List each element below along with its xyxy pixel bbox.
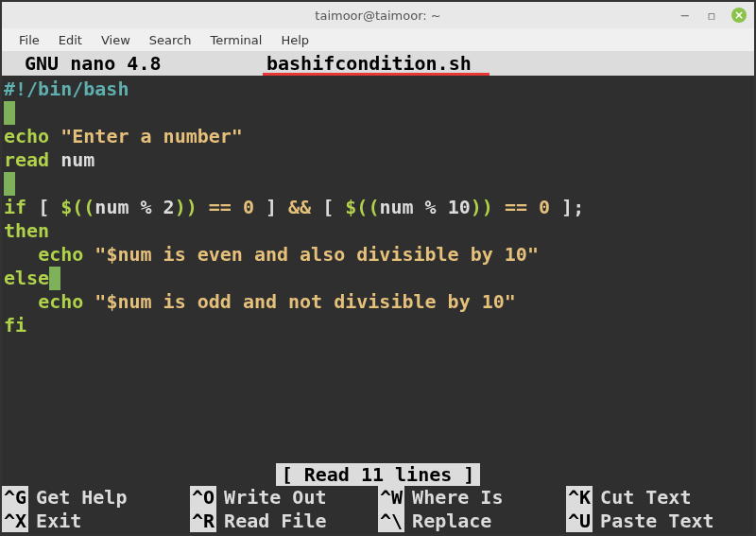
shortcut-read-file[interactable]: ^RRead File <box>190 510 378 532</box>
code-if-kw: if <box>4 196 26 218</box>
terminal-area[interactable]: GNU nano 4.8 bashifcondition.sh #!/bin/b… <box>2 51 754 534</box>
cursor-icon <box>4 101 15 125</box>
minimize-button[interactable]: − <box>679 9 692 22</box>
filename-underline-icon <box>263 73 490 76</box>
code-shebang: #!/bin/bash <box>4 78 129 100</box>
nano-filename-text: bashifcondition.sh <box>266 52 472 75</box>
window-title-bar: taimoor@taimoor: ~ − ▫ × <box>2 2 754 28</box>
editor-body[interactable]: #!/bin/bash echo "Enter a number" read n… <box>2 76 754 462</box>
cursor-icon <box>49 267 60 290</box>
nano-shortcuts: ^GGet Help ^OWrite Out ^WWhere Is ^KCut … <box>2 486 754 534</box>
menu-bar: File Edit View Search Terminal Help <box>2 28 754 51</box>
menu-file[interactable]: File <box>9 31 49 49</box>
shortcut-row-2: ^XExit ^RRead File ^\Replace ^UPaste Tex… <box>2 510 754 532</box>
window-controls: − ▫ × <box>679 8 747 23</box>
code-echo-kw: echo <box>4 125 49 147</box>
code-read-var: num <box>60 148 94 171</box>
shortcut-cut-text[interactable]: ^KCut Text <box>566 486 754 509</box>
nano-header: GNU nano 4.8 bashifcondition.sh <box>2 51 754 76</box>
menu-help[interactable]: Help <box>271 31 318 49</box>
code-content: #!/bin/bash echo "Enter a number" read n… <box>4 78 752 337</box>
menu-search[interactable]: Search <box>140 31 201 49</box>
shortcut-where-is[interactable]: ^WWhere Is <box>378 486 566 509</box>
close-button[interactable]: × <box>731 8 747 23</box>
nano-filename: bashifcondition.sh <box>266 52 472 75</box>
cursor-icon <box>4 172 15 196</box>
code-echo3-kw: echo <box>38 290 83 313</box>
code-fi-kw: fi <box>4 314 26 337</box>
nano-app-label: GNU nano 4.8 <box>2 52 266 75</box>
code-echo2-str: "$num is even and also divisible by 10" <box>94 243 539 266</box>
menu-terminal[interactable]: Terminal <box>200 31 271 49</box>
menu-view[interactable]: View <box>92 31 140 49</box>
shortcut-replace[interactable]: ^\Replace <box>378 510 566 532</box>
code-echo-str: "Enter a number" <box>60 125 243 147</box>
code-read-kw: read <box>4 148 49 171</box>
code-echo2-kw: echo <box>38 243 83 266</box>
shortcut-paste-text[interactable]: ^UPaste Text <box>566 510 754 532</box>
shortcut-write-out[interactable]: ^OWrite Out <box>190 486 378 509</box>
shortcut-row-1: ^GGet Help ^OWrite Out ^WWhere Is ^KCut … <box>2 486 754 509</box>
maximize-button[interactable]: ▫ <box>705 9 718 22</box>
shortcut-exit[interactable]: ^XExit <box>2 510 190 532</box>
shortcut-get-help[interactable]: ^GGet Help <box>2 486 190 509</box>
menu-edit[interactable]: Edit <box>49 31 92 49</box>
code-else-kw: else <box>4 267 49 289</box>
code-echo3-str: "$num is odd and not divisible by 10" <box>94 290 516 313</box>
window-title: taimoor@taimoor: ~ <box>315 9 440 23</box>
nano-status-line: [ Read 11 lines ] <box>2 463 754 486</box>
nano-status-text: [ Read 11 lines ] <box>276 463 481 486</box>
code-then-kw: then <box>4 219 49 242</box>
terminal-window: taimoor@taimoor: ~ − ▫ × File Edit View … <box>0 0 756 536</box>
